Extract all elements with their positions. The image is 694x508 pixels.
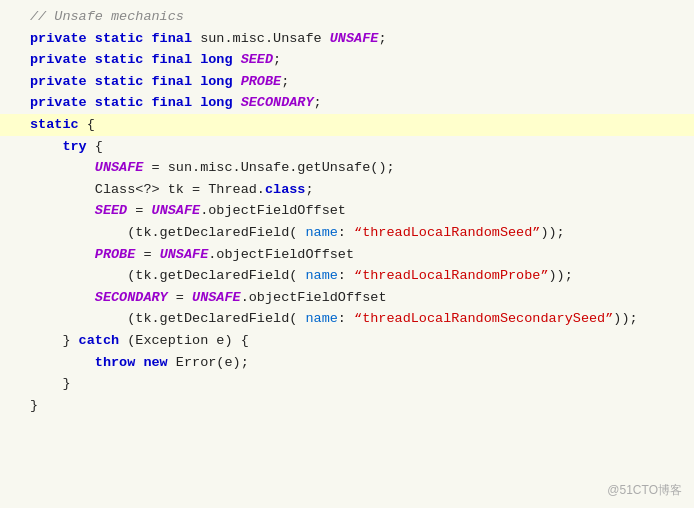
code-line: (tk.getDeclaredField( name: “threadLocal…	[0, 265, 694, 287]
line-content: static {	[22, 114, 694, 136]
code-line: private static final sun.misc.Unsafe UNS…	[0, 28, 694, 50]
code-line: private static final long PROBE;	[0, 71, 694, 93]
line-content: UNSAFE = sun.misc.Unsafe.getUnsafe();	[22, 157, 694, 179]
line-content: }	[22, 395, 694, 417]
code-line: SECONDARY = UNSAFE.objectFieldOffset	[0, 287, 694, 309]
line-content: } catch (Exception e) {	[22, 330, 694, 352]
code-line: private static final long SEED;	[0, 49, 694, 71]
line-content: SEED = UNSAFE.objectFieldOffset	[22, 200, 694, 222]
line-content: }	[22, 373, 694, 395]
code-line: (tk.getDeclaredField( name: “threadLocal…	[0, 308, 694, 330]
line-content: private static final sun.misc.Unsafe UNS…	[22, 28, 694, 50]
line-content: private static final long PROBE;	[22, 71, 694, 93]
code-line: static {	[0, 114, 694, 136]
code-line: UNSAFE = sun.misc.Unsafe.getUnsafe();	[0, 157, 694, 179]
code-line: try {	[0, 136, 694, 158]
line-content: private static final long SEED;	[22, 49, 694, 71]
line-content: SECONDARY = UNSAFE.objectFieldOffset	[22, 287, 694, 309]
line-content: (tk.getDeclaredField( name: “threadLocal…	[22, 308, 694, 330]
code-line: Class<?> tk = Thread.class;	[0, 179, 694, 201]
line-content: private static final long SECONDARY;	[22, 92, 694, 114]
line-content: // Unsafe mechanics	[22, 6, 694, 28]
code-line: }	[0, 373, 694, 395]
code-line: } catch (Exception e) {	[0, 330, 694, 352]
code-line: (tk.getDeclaredField( name: “threadLocal…	[0, 222, 694, 244]
line-content: PROBE = UNSAFE.objectFieldOffset	[22, 244, 694, 266]
line-content: Class<?> tk = Thread.class;	[22, 179, 694, 201]
code-line: SEED = UNSAFE.objectFieldOffset	[0, 200, 694, 222]
code-line: private static final long SECONDARY;	[0, 92, 694, 114]
watermark: @51CTO博客	[607, 481, 682, 500]
line-content: (tk.getDeclaredField( name: “threadLocal…	[22, 265, 694, 287]
line-content: throw new Error(e);	[22, 352, 694, 374]
code-line: throw new Error(e);	[0, 352, 694, 374]
line-content: (tk.getDeclaredField( name: “threadLocal…	[22, 222, 694, 244]
code-container: // Unsafe mechanicsprivate static final …	[0, 0, 694, 508]
code-line: PROBE = UNSAFE.objectFieldOffset	[0, 244, 694, 266]
line-content: try {	[22, 136, 694, 158]
code-line: }	[0, 395, 694, 417]
code-line: // Unsafe mechanics	[0, 6, 694, 28]
